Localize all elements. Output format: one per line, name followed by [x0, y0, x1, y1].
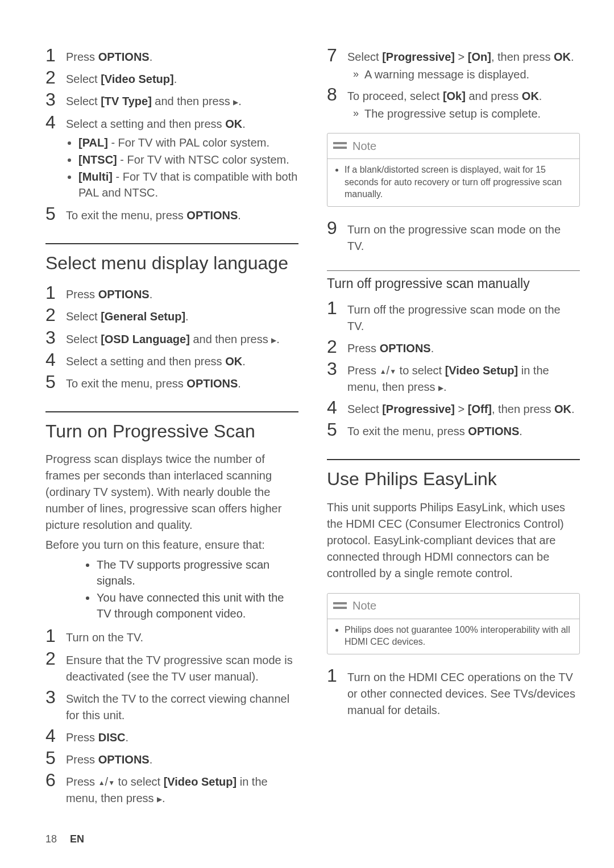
note-icon [327, 596, 352, 616]
progressive-steps-cont: 7 Select [Progressive] > [On], then pres… [327, 45, 580, 122]
note-box: Note Philips does not guarantee 100% int… [327, 593, 580, 654]
page-footer: 18 EN [45, 833, 84, 845]
step-num: 1 [45, 45, 66, 65]
heading-select-language: Select menu display language [45, 243, 298, 274]
tv-type-steps: 1Press OPTIONS. 2Select [Video Setup]. 3… [45, 45, 298, 224]
language-code: EN [70, 833, 84, 845]
result-arrow-icon: » [347, 106, 364, 122]
note-text: If a blank/distorted screen is displayed… [345, 164, 571, 201]
page-number: 18 [45, 833, 57, 845]
svg-rect-2 [333, 602, 347, 604]
right-column: 7 Select [Progressive] > [On], then pres… [327, 45, 580, 809]
progressive-para2: Before you turn on this feature, ensure … [45, 537, 298, 553]
svg-rect-1 [333, 147, 347, 149]
heading-turn-off-progressive: Turn off progressive scan manually [327, 270, 580, 293]
language-steps: 1Press OPTIONS. 2Select [General Setup].… [45, 283, 298, 392]
easylink-steps: 1Turn on the HDMI CEC operations on the … [327, 666, 580, 719]
note-text: Philips does not guarantee 100% interope… [345, 624, 571, 648]
easylink-para: This unit supports Philips EasyLink, whi… [327, 499, 580, 582]
heading-easylink: Use Philips EasyLink [327, 459, 580, 490]
note-icon [327, 136, 352, 156]
turn-off-steps: 1Turn off the progressive scan mode on t… [327, 298, 580, 440]
svg-rect-0 [333, 142, 347, 144]
note-box: Note If a blank/distorted screen is disp… [327, 133, 580, 207]
heading-progressive-scan: Turn on Progressive Scan [45, 411, 298, 442]
progressive-para1: Progress scan displays twice the number … [45, 451, 298, 533]
progressive-steps: 1Turn on the TV. 2Ensure that the TV pro… [45, 626, 298, 807]
note-title: Note [352, 140, 376, 153]
note-title: Note [352, 599, 376, 612]
left-column: 1Press OPTIONS. 2Select [Video Setup]. 3… [45, 45, 298, 809]
step-text: Press OPTIONS. [66, 45, 152, 65]
svg-rect-3 [333, 607, 347, 609]
result-arrow-icon: » [347, 66, 364, 82]
